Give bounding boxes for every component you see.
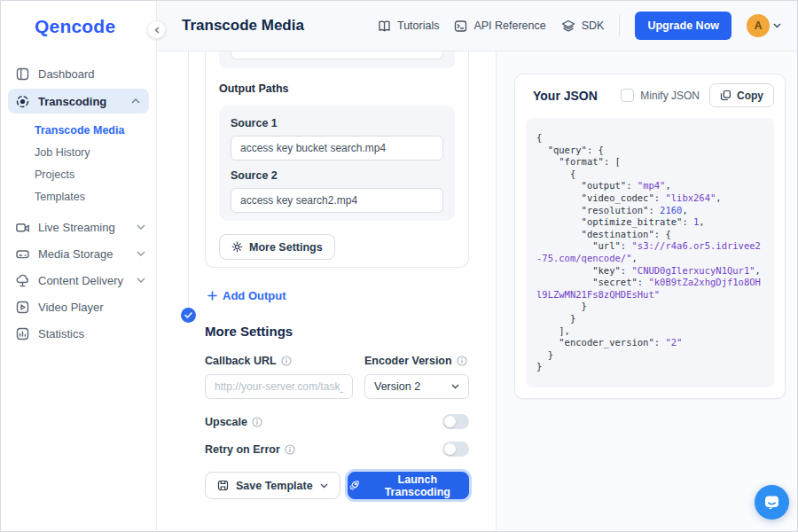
copy-icon [720, 90, 732, 101]
add-output-link[interactable]: Add Output [207, 289, 286, 302]
chevron-down-icon [451, 384, 459, 389]
sidebar-nav: Dashboard Transcoding Transcode Media Jo… [1, 60, 156, 347]
info-icon [285, 444, 295, 455]
callback-url-label-row: Callback URL [205, 355, 353, 367]
sidebar-item-label: Video Player [38, 301, 103, 314]
sidebar-item-statistics[interactable]: Statistics [1, 320, 156, 347]
terminal-icon [454, 20, 467, 33]
retry-on-error-label: Retry on Error [205, 443, 280, 456]
gear-icon [231, 241, 243, 253]
chevron-down-icon [137, 278, 145, 283]
sidebar-item-templates[interactable]: Templates [1, 186, 156, 208]
plus-icon [207, 291, 217, 301]
add-output-label: Add Output [223, 289, 286, 302]
sdk-label: SDK [582, 20, 605, 32]
chevron-up-icon [131, 98, 140, 104]
transcoding-icon [15, 94, 30, 109]
callback-url-input[interactable] [205, 374, 353, 399]
settings-grid: Callback URL Encoder Version [205, 355, 469, 399]
info-icon [252, 417, 262, 427]
json-code[interactable]: { "query": { "format": [ { "output": "mp… [526, 118, 774, 387]
tutorials-label: Tutorials [397, 20, 439, 32]
page-header: Transcode Media Tutorials API Reference … [157, 1, 797, 51]
encoder-version-label-row: Encoder Version [364, 355, 469, 367]
app-window: Qencode Dashboard Transcoding Transcode … [0, 0, 798, 532]
retry-on-error-row: Retry on Error [205, 442, 469, 457]
scrolled-input-fragment [231, 51, 443, 59]
output-paths-card: Source 1 Source 2 [219, 106, 455, 221]
transcode-form-panel: Output Paths Source 1 Source 2 More Sett… [157, 51, 496, 531]
hard-drive-icon [15, 246, 30, 262]
page-title: Transcode Media [182, 17, 304, 35]
scrolled-section-fragment [219, 51, 455, 68]
chevron-left-icon [154, 27, 160, 34]
stepper-line [188, 51, 189, 308]
header-divider [619, 15, 620, 36]
form-actions: Save Template Launch Transcoding [205, 472, 469, 499]
play-icon [15, 300, 30, 315]
book-icon [378, 20, 391, 33]
output-paths-label: Output Paths [219, 82, 455, 95]
qencode-logo: Qencode [35, 16, 156, 37]
dashboard-icon [15, 66, 30, 82]
sidebar-item-projects[interactable]: Projects [1, 164, 156, 186]
launch-transcoding-button[interactable]: Launch Transcoding [348, 472, 469, 499]
sidebar-item-video-player[interactable]: Video Player [1, 293, 156, 320]
chevron-down-icon [773, 23, 781, 28]
upscale-label: Upscale [205, 416, 247, 428]
chat-bubble-icon [763, 494, 780, 511]
json-title: Your JSON [533, 89, 598, 103]
minify-json-checkbox[interactable] [621, 89, 634, 102]
sidebar-item-transcoding[interactable]: Transcoding [8, 89, 149, 113]
retry-on-error-toggle[interactable] [442, 442, 469, 457]
callback-url-label: Callback URL [205, 355, 277, 367]
save-template-label: Save Template [236, 480, 313, 492]
json-card: Your JSON Minify JSON Copy { "query": { … [514, 74, 786, 399]
source2-label: Source 2 [231, 169, 443, 182]
sidebar-item-label: Media Storage [38, 247, 113, 261]
cloud-icon [15, 273, 30, 288]
copy-json-button[interactable]: Copy [709, 83, 774, 107]
json-card-header: Your JSON Minify JSON Copy [515, 74, 785, 116]
rocket-icon [348, 480, 360, 491]
chat-launcher-button[interactable] [755, 485, 789, 520]
upscale-toggle[interactable] [442, 414, 469, 429]
sidebar-item-media-storage[interactable]: Media Storage [1, 240, 156, 267]
sidebar-item-live-streaming[interactable]: Live Streaming [1, 214, 156, 240]
sidebar-item-content-delivery[interactable]: Content Delivery [1, 267, 156, 293]
source1-input[interactable] [231, 136, 443, 160]
copy-button-label: Copy [737, 90, 763, 102]
sdk-link[interactable]: SDK [561, 20, 605, 33]
info-icon [457, 356, 467, 366]
api-reference-label: API Reference [473, 20, 545, 32]
sidebar-item-label: Content Delivery [38, 274, 123, 287]
chevron-down-icon [137, 224, 145, 230]
chevron-down-icon [137, 251, 145, 256]
chevron-down-icon [320, 483, 328, 489]
output-more-settings-button[interactable]: More Settings [219, 234, 335, 260]
api-reference-link[interactable]: API Reference [454, 20, 545, 33]
json-panel: Your JSON Minify JSON Copy { "query": { … [496, 51, 797, 531]
avatar: A [747, 14, 770, 37]
sidebar-item-job-history[interactable]: Job History [1, 142, 156, 164]
bar-chart-icon [15, 326, 30, 341]
sidebar-item-label: Statistics [38, 327, 84, 340]
upgrade-now-button[interactable]: Upgrade Now [635, 12, 732, 40]
sidebar: Qencode Dashboard Transcoding Transcode … [1, 1, 157, 531]
tutorials-link[interactable]: Tutorials [378, 20, 439, 33]
sidebar-item-dashboard[interactable]: Dashboard [1, 60, 156, 87]
step-check-icon [181, 308, 196, 323]
save-template-button[interactable]: Save Template [205, 472, 340, 499]
upscale-label-row: Upscale [205, 416, 262, 428]
encoder-version-select[interactable]: Version 2 [364, 374, 469, 399]
account-menu[interactable]: A [747, 14, 781, 37]
more-settings-button-label: More Settings [249, 241, 323, 254]
sidebar-item-label: Live Streaming [38, 221, 115, 234]
sidebar-collapse-button[interactable] [147, 20, 166, 39]
save-icon [217, 480, 229, 491]
launch-transcoding-label: Launch Transcoding [367, 473, 468, 498]
retry-label-row: Retry on Error [205, 443, 295, 456]
source2-input[interactable] [231, 188, 443, 213]
transcoding-submenu: Transcode Media Job History Projects Tem… [1, 120, 156, 208]
sidebar-item-transcode-media[interactable]: Transcode Media [1, 120, 156, 142]
